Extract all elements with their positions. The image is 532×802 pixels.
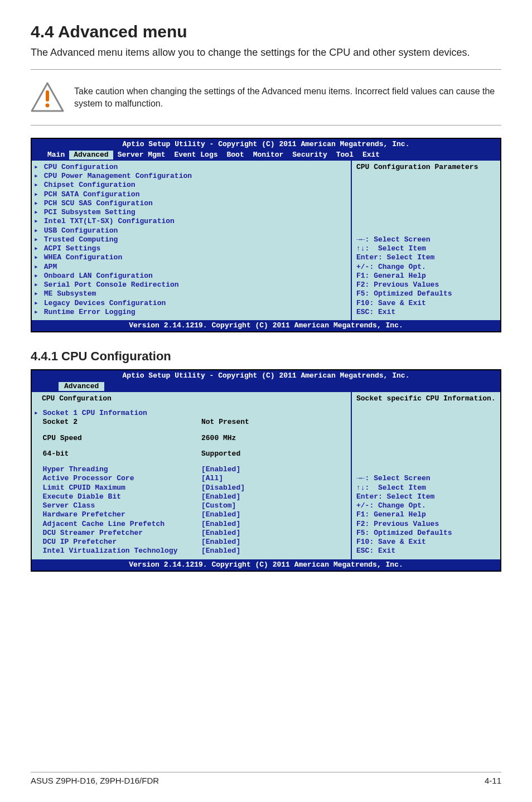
bios-screen-cpu-config: Aptio Setup Utility - Copyright (C) 2011… bbox=[31, 369, 501, 572]
bios-help-pane: CPU Configuration Parameters →←: Select … bbox=[352, 161, 500, 320]
setting-label: Execute Diable Bit bbox=[34, 492, 201, 501]
legend-line: ↑↓: Select Item bbox=[356, 244, 496, 253]
bios-menu-pane: ▸ CPU Configuration▸ CPU Power Managemen… bbox=[32, 161, 352, 320]
menu-item[interactable]: ▸ PCH SATA Configuration bbox=[34, 190, 346, 199]
setting-label: 64-bit bbox=[34, 450, 201, 458]
menu-item[interactable]: ▸ Intel TXT(LT-SX) Configuration bbox=[34, 217, 346, 226]
footer-product: ASUS Z9PH-D16, Z9PH-D16/FDR bbox=[31, 776, 159, 785]
setting-row[interactable]: Adjacent Cache Line Prefetch[Enabled] bbox=[34, 520, 346, 529]
setting-row[interactable]: Hardware Prefetcher[Enabled] bbox=[34, 510, 346, 519]
bios-footer: Version 2.14.1219. Copyright (C) 2011 Am… bbox=[32, 320, 500, 331]
legend-line: F1: General Help bbox=[356, 510, 496, 519]
setting-label: Server Class bbox=[34, 501, 201, 510]
menu-item[interactable]: ▸ Trusted Computing bbox=[34, 235, 346, 244]
menu-item[interactable]: ▸ Onboard LAN Configuration bbox=[34, 272, 346, 281]
setting-row[interactable]: Execute Diable Bit[Enabled] bbox=[34, 492, 346, 501]
tab-monitor[interactable]: Monitor bbox=[249, 151, 288, 160]
footer-page-number: 4-11 bbox=[485, 776, 501, 785]
setting-row[interactable]: Limit CPUID Maximum[Disabled] bbox=[34, 484, 346, 492]
tab-boot[interactable]: Boot bbox=[222, 151, 248, 160]
setting-row[interactable]: DCU IP Prefetcher[Enabled] bbox=[34, 538, 346, 547]
bios-help-text: Socket specific CPU Information. bbox=[356, 394, 496, 403]
menu-item[interactable]: ▸ CPU Power Management Configuration bbox=[34, 172, 346, 181]
tab-advanced[interactable]: Advanced bbox=[69, 151, 113, 160]
menu-item[interactable]: ▸ ME Subsystem bbox=[34, 289, 346, 298]
legend-line: F10: Save & Exit bbox=[356, 538, 496, 547]
menu-item[interactable]: ▸ WHEA Configuration bbox=[34, 253, 346, 262]
setting-label: ▸ Socket 1 CPU Information bbox=[34, 409, 201, 418]
setting-value: [Enabled] bbox=[201, 510, 240, 519]
caution-note: Take caution when changing the settings … bbox=[31, 82, 501, 113]
menu-item[interactable]: ▸ ACPI Settings bbox=[34, 244, 346, 253]
setting-row: Socket 2Not Present bbox=[34, 418, 346, 427]
bios-help-text: CPU Configuration Parameters bbox=[356, 163, 496, 172]
legend-line: F2: Previous Values bbox=[356, 520, 496, 529]
bios-header-title: Aptio Setup Utility - Copyright (C) 2011… bbox=[32, 140, 500, 149]
menu-item[interactable]: ▸ Runtime Error Logging bbox=[34, 308, 346, 317]
setting-label: DCU IP Prefetcher bbox=[34, 538, 201, 547]
tab-tool[interactable]: Tool bbox=[332, 151, 358, 160]
divider bbox=[31, 125, 501, 125]
setting-row[interactable]: Server Class[Custom] bbox=[34, 501, 346, 510]
setting-row: 64-bitSupported bbox=[34, 450, 346, 458]
setting-value: [Enabled] bbox=[201, 492, 240, 501]
bios-header-title: Aptio Setup Utility - Copyright (C) 2011… bbox=[32, 371, 500, 380]
setting-row[interactable]: ▸ Socket 1 CPU Information bbox=[34, 409, 346, 418]
setting-value: [All] bbox=[201, 474, 223, 483]
bios-key-legend: →←: Select Screen↑↓: Select ItemEnter: S… bbox=[356, 235, 496, 317]
setting-label: DCU Streamer Prefetcher bbox=[34, 529, 201, 538]
bios-help-pane: Socket specific CPU Information. →←: Sel… bbox=[352, 392, 500, 559]
setting-value: Not Present bbox=[201, 418, 249, 427]
page-footer: ASUS Z9PH-D16, Z9PH-D16/FDR 4-11 bbox=[31, 772, 501, 785]
legend-line: →←: Select Screen bbox=[356, 235, 496, 244]
svg-rect-1 bbox=[46, 90, 49, 102]
setting-label: Adjacent Cache Line Prefetch bbox=[34, 520, 201, 529]
setting-row[interactable]: DCU Streamer Prefetcher[Enabled] bbox=[34, 529, 346, 538]
menu-item[interactable]: ▸ PCH SCU SAS Configuration bbox=[34, 199, 346, 208]
svg-point-2 bbox=[46, 104, 50, 108]
setting-row[interactable]: Hyper Threading[Enabled] bbox=[34, 465, 346, 474]
bios-tab-bar: Advanced bbox=[32, 381, 500, 392]
menu-item[interactable]: ▸ USB Configuration bbox=[34, 226, 346, 235]
legend-line: ESC: Exit bbox=[356, 547, 496, 555]
menu-item[interactable]: ▸ Serial Port Console Redirection bbox=[34, 281, 346, 289]
tab-server-mgmt[interactable]: Server Mgmt bbox=[113, 151, 170, 160]
legend-line: Enter: Select Item bbox=[356, 492, 496, 501]
menu-item[interactable]: ▸ Chipset Configuration bbox=[34, 181, 346, 190]
legend-line: Enter: Select Item bbox=[356, 253, 496, 262]
setting-row[interactable]: Active Processor Core[All] bbox=[34, 474, 346, 483]
bios-key-legend: →←: Select Screen↑↓: Select ItemEnter: S… bbox=[356, 474, 496, 555]
tab-main[interactable]: Main bbox=[43, 151, 69, 160]
tab-security[interactable]: Security bbox=[288, 151, 331, 160]
tab-exit[interactable]: Exit bbox=[358, 151, 384, 160]
legend-line: F10: Save & Exit bbox=[356, 299, 496, 308]
setting-label: CPU Speed bbox=[34, 434, 201, 443]
setting-value: 2600 MHz bbox=[201, 434, 236, 443]
tab-event-logs[interactable]: Event Logs bbox=[170, 151, 222, 160]
menu-item[interactable]: ▸ Legacy Devices Configuration bbox=[34, 299, 346, 308]
menu-item[interactable]: ▸ APM bbox=[34, 263, 346, 272]
tab-advanced[interactable]: Advanced bbox=[59, 382, 104, 391]
setting-value: [Custom] bbox=[201, 501, 236, 510]
setting-label: Intel Virtualization Technology bbox=[34, 547, 201, 555]
legend-line: F5: Optimized Defaults bbox=[356, 529, 496, 538]
setting-value: [Enabled] bbox=[201, 465, 240, 474]
bios-footer: Version 2.14.1219. Copyright (C) 2011 Am… bbox=[32, 559, 500, 571]
caution-icon bbox=[31, 82, 64, 113]
setting-label: Limit CPUID Maximum bbox=[34, 484, 201, 492]
bios-screen-advanced: Aptio Setup Utility - Copyright (C) 2011… bbox=[31, 138, 501, 332]
legend-line: +/-: Change Opt. bbox=[356, 501, 496, 510]
setting-row[interactable]: Intel Virtualization Technology[Enabled] bbox=[34, 547, 346, 555]
legend-line: F5: Optimized Defaults bbox=[356, 289, 496, 298]
legend-line: F1: General Help bbox=[356, 272, 496, 281]
menu-item[interactable]: ▸ CPU Configuration bbox=[34, 163, 346, 172]
setting-label: Hyper Threading bbox=[34, 465, 201, 474]
bios-settings-pane: CPU Confguration ▸ Socket 1 CPU Informat… bbox=[32, 392, 352, 559]
setting-value: [Enabled] bbox=[201, 547, 240, 555]
setting-value: [Enabled] bbox=[201, 529, 240, 538]
divider bbox=[31, 69, 501, 70]
menu-item[interactable]: ▸ PCI Subsystem Setting bbox=[34, 208, 346, 217]
legend-line: ESC: Exit bbox=[356, 308, 496, 317]
bios-pane-heading: CPU Confguration bbox=[42, 394, 112, 403]
legend-line: F2: Previous Values bbox=[356, 281, 496, 289]
